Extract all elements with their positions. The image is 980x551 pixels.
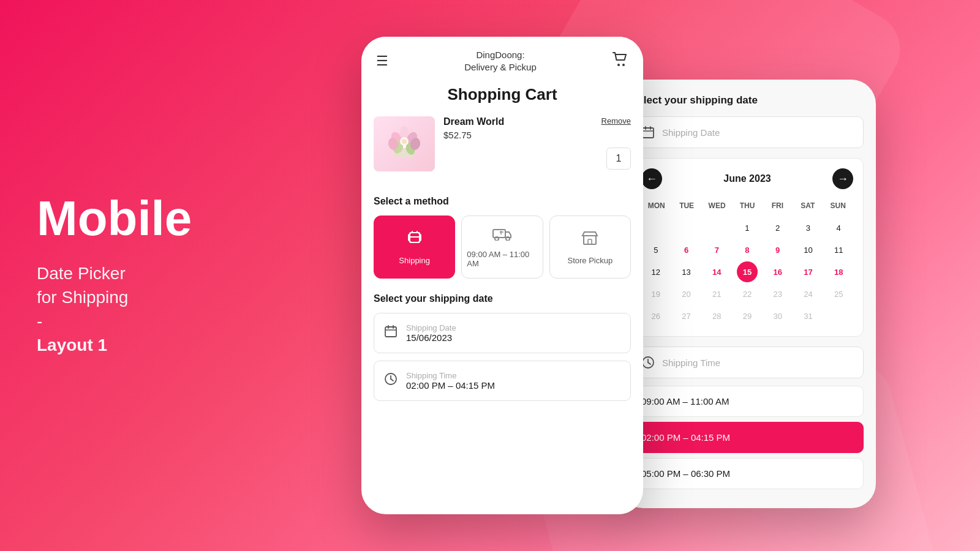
calendar-day[interactable]: 7 xyxy=(706,239,727,260)
phones-container: ☰ DingDoong: Delivery & Pickup Shopping … xyxy=(257,0,980,551)
shipping-date-value: 15/06/2023 xyxy=(406,332,456,343)
calendar-day[interactable]: 25 xyxy=(828,283,849,304)
calendar-day[interactable]: 6 xyxy=(676,239,697,260)
weekday-label: TUE xyxy=(671,199,701,212)
prev-month-button[interactable]: ← xyxy=(641,168,662,189)
method-section-label: Select a method xyxy=(374,196,631,207)
weekday-label: FRI xyxy=(763,199,793,212)
svg-rect-20 xyxy=(584,236,596,244)
svg-point-0 xyxy=(617,64,620,66)
calendar-days: 1234567891011121314151617181920212223242… xyxy=(641,217,853,326)
calendar-day[interactable]: 23 xyxy=(767,283,788,304)
method-local-delivery[interactable]: 09:00 AM – 11:00 AM xyxy=(461,216,543,279)
cart-icon[interactable] xyxy=(612,52,628,70)
calendar-empty xyxy=(828,305,849,326)
time-slot-2[interactable]: 05:00 PM – 06:30 PM xyxy=(631,458,864,489)
shipping-time-field[interactable]: Shipping Time 02:00 PM – 04:15 PM xyxy=(374,361,631,401)
calendar-day[interactable]: 5 xyxy=(646,239,666,260)
calendar-icon xyxy=(384,324,398,342)
calendar-day[interactable]: 18 xyxy=(828,261,849,282)
subtitle-line3: Layout 1 xyxy=(37,335,107,354)
calendar-day[interactable]: 19 xyxy=(646,283,666,304)
calendar-day[interactable]: 16 xyxy=(767,261,788,282)
calendar-day[interactable]: 24 xyxy=(797,283,818,304)
shipping-date-placeholder: Shipping Date xyxy=(662,127,720,138)
shipping-time-value: 02:00 PM – 04:15 PM xyxy=(406,380,495,391)
month-year-label: June 2023 xyxy=(723,173,771,184)
app-title-line2: Delivery & Pickup xyxy=(464,61,537,73)
time-slot-1[interactable]: 02:00 PM – 04:15 PM xyxy=(631,422,864,453)
calendar-day[interactable]: 17 xyxy=(797,261,818,282)
svg-rect-21 xyxy=(588,239,592,244)
calendar-day[interactable]: 2 xyxy=(767,217,788,238)
phone-2-mockup: Select your shipping date Shipping Date … xyxy=(619,80,876,508)
cart-item-details: Dream World Remove $52.75 1 xyxy=(443,116,631,170)
calendar-day[interactable]: 21 xyxy=(706,283,727,304)
item-name: Dream World xyxy=(443,116,504,127)
remove-button[interactable]: Remove xyxy=(601,116,631,126)
time-slot-0[interactable]: 09:00 AM – 11:00 AM xyxy=(631,386,864,417)
store-pickup-label: Store Pickup xyxy=(567,256,612,265)
svg-rect-15 xyxy=(493,230,505,238)
shipping-date-field[interactable]: Shipping Date 15/06/2023 xyxy=(374,313,631,353)
hamburger-icon[interactable]: ☰ xyxy=(376,53,388,69)
left-panel: Mobile Date Picker for Shipping - Layout… xyxy=(0,157,257,394)
subtitle-line2: for Shipping xyxy=(37,288,128,307)
calendar-section-title: Select your shipping date xyxy=(631,94,864,107)
weekday-label: SUN xyxy=(823,199,853,212)
calendar-day[interactable]: 29 xyxy=(737,305,758,326)
page-title: Shopping Cart xyxy=(374,79,631,104)
shipping-date-info: Shipping Date 15/06/2023 xyxy=(406,323,456,343)
next-month-button[interactable]: → xyxy=(832,168,853,189)
phone2-shipping-date-field[interactable]: Shipping Date xyxy=(631,116,864,148)
calendar-day[interactable]: 30 xyxy=(767,305,788,326)
shipping-time-info: Shipping Time 02:00 PM – 04:15 PM xyxy=(406,371,495,391)
method-buttons: Shipping 09:00 AM – 11:00 xyxy=(374,216,631,279)
calendar-day[interactable]: 12 xyxy=(646,261,666,282)
phone2-content: Select your shipping date Shipping Date … xyxy=(619,80,876,508)
subtitle-separator: - xyxy=(37,312,42,331)
svg-point-16 xyxy=(495,237,499,241)
calendar-weekdays: MONTUEWEDTHUFRISATSUN xyxy=(641,199,853,212)
store-pickup-icon xyxy=(581,230,598,251)
svg-rect-23 xyxy=(385,327,396,337)
calendar-day[interactable]: 22 xyxy=(737,283,758,304)
svg-rect-30 xyxy=(643,128,654,138)
calendar-day[interactable]: 13 xyxy=(676,261,697,282)
time-slots: 09:00 AM – 11:00 AM02:00 PM – 04:15 PM05… xyxy=(631,386,864,489)
svg-point-10 xyxy=(402,139,407,144)
shipping-icon xyxy=(406,230,423,251)
calendar-day[interactable]: 9 xyxy=(767,239,788,260)
shipping-date-label: Shipping Date xyxy=(406,323,456,332)
main-title: Mobile xyxy=(37,194,221,243)
calendar-day[interactable]: 27 xyxy=(676,305,697,326)
method-shipping[interactable]: Shipping xyxy=(374,216,455,279)
phone1-content: Shopping Cart xyxy=(361,79,643,514)
calendar-day[interactable]: 11 xyxy=(828,239,849,260)
calendar-day[interactable]: 8 xyxy=(737,239,758,260)
calendar-day[interactable]: 31 xyxy=(797,305,818,326)
calendar-day[interactable]: 28 xyxy=(706,305,727,326)
item-price: $52.75 xyxy=(443,130,631,140)
local-delivery-icon xyxy=(492,226,512,245)
weekday-label: WED xyxy=(702,199,732,212)
phone-1-mockup: ☰ DingDoong: Delivery & Pickup Shopping … xyxy=(361,37,643,514)
phone2-shipping-time-field[interactable]: Shipping Time xyxy=(631,347,864,378)
svg-line-36 xyxy=(648,362,650,364)
clock-icon xyxy=(384,372,398,389)
app-title: DingDoong: Delivery & Pickup xyxy=(464,49,537,73)
calendar-day[interactable]: 20 xyxy=(676,283,697,304)
calendar-day[interactable]: 15 xyxy=(737,261,758,282)
calendar-day[interactable]: 10 xyxy=(797,239,818,260)
calendar-day[interactable]: 3 xyxy=(797,217,818,238)
calendar-day[interactable]: 26 xyxy=(646,305,666,326)
calendar-day[interactable]: 1 xyxy=(737,217,758,238)
svg-point-17 xyxy=(506,237,510,241)
calendar-day[interactable]: 4 xyxy=(828,217,849,238)
cart-item: Dream World Remove $52.75 1 xyxy=(374,116,631,184)
calendar-day[interactable]: 14 xyxy=(706,261,727,282)
quantity-box[interactable]: 1 xyxy=(606,148,631,170)
method-store-pickup[interactable]: Store Pickup xyxy=(549,216,631,279)
calendar-widget: ← June 2023 → MONTUEWEDTHUFRISATSUN 1234… xyxy=(631,158,864,337)
shipping-time-placeholder: Shipping Time xyxy=(662,358,720,368)
